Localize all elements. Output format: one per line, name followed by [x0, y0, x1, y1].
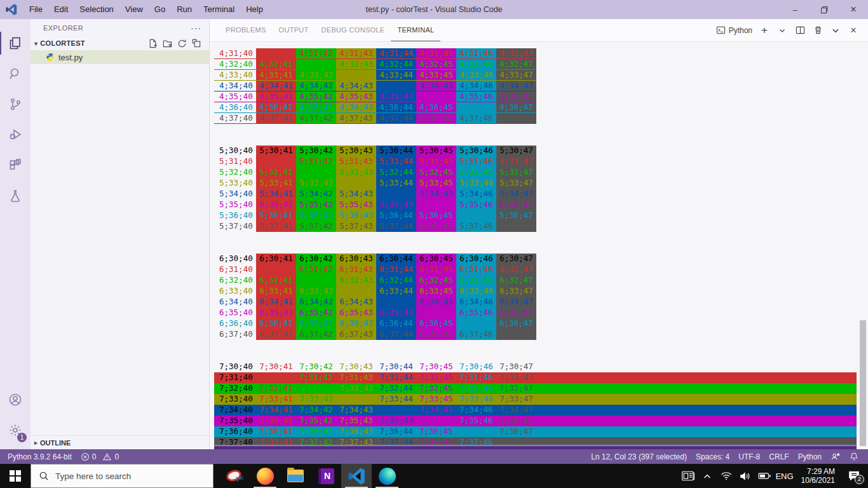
hidden-icons-chevron[interactable]	[699, 464, 715, 488]
python-interpreter-status[interactable]: Python 3.9.2 64-bit	[3, 449, 76, 464]
collapse-all-icon[interactable]	[192, 39, 201, 48]
ansi-cell: 5;32;42	[296, 167, 336, 178]
cursor-position-status[interactable]: Ln 12, Col 23 (397 selected)	[587, 449, 691, 464]
taskbar-app-onenote[interactable]: N	[311, 464, 341, 488]
menu-item-run[interactable]: Run	[171, 0, 198, 19]
menu-item-file[interactable]: File	[24, 0, 48, 19]
ansi-cell: 6;30;45	[416, 254, 456, 264]
ansi-cell: 5;35;41	[256, 200, 296, 210]
ansi-cell: 7;34;43	[336, 405, 376, 416]
menu-item-help[interactable]: Help	[240, 0, 269, 19]
language-indicator[interactable]: ENG	[775, 464, 793, 488]
widgets-icon[interactable]	[680, 464, 696, 488]
ansi-cell: 4;31;43	[336, 48, 376, 58]
outline-section[interactable]: ▸ OUTLINE	[31, 435, 209, 449]
notifications-status[interactable]	[845, 449, 863, 464]
problems-status[interactable]: 0 0	[76, 449, 123, 464]
new-terminal-icon[interactable]: +	[759, 25, 770, 36]
ansi-cell: 4;33;43	[336, 70, 376, 80]
kill-terminal-icon[interactable]	[812, 25, 824, 36]
new-file-icon[interactable]	[148, 39, 158, 48]
ansi-cell: 6;33;45	[416, 286, 456, 297]
ansi-cell: 6;36;40	[214, 318, 256, 329]
volume-icon[interactable]	[737, 464, 754, 488]
ansi-cell: 6;30;47	[496, 254, 536, 264]
restore-button[interactable]	[810, 0, 839, 19]
firefox-icon	[257, 468, 274, 485]
source-control-icon[interactable]	[0, 89, 31, 119]
ansi-cell: 5;37;47	[496, 221, 536, 232]
taskbar-app-firefox[interactable]	[250, 464, 280, 488]
indentation-status[interactable]: Spaces: 4	[691, 449, 734, 464]
menu-item-selection[interactable]: Selection	[74, 0, 119, 19]
ansi-cell: 4;31;40	[214, 48, 256, 58]
title-bar: FileEditSelectionViewGoRunTerminalHelp t…	[0, 0, 868, 19]
battery-icon[interactable]	[756, 464, 773, 488]
taskbar-app-vscode[interactable]	[341, 464, 372, 488]
search-icon[interactable]	[0, 58, 31, 89]
ansi-cell: 6;31;41	[256, 264, 296, 275]
new-folder-icon[interactable]	[163, 39, 172, 48]
tab-output[interactable]: OUTPUT	[273, 19, 315, 41]
menu-item-edit[interactable]: Edit	[48, 0, 74, 19]
ansi-cell: 4;33;42	[296, 70, 336, 80]
ansi-cell: 7;31;47	[496, 372, 536, 383]
ansi-cell: 6;34;43	[336, 297, 376, 308]
testing-icon[interactable]	[0, 180, 31, 211]
terminal-viewport[interactable]: 4;31;404;31;414;31;424;31;434;31;444;31;…	[210, 42, 868, 449]
sidebar-more-icon[interactable]: ···	[191, 23, 201, 33]
ansi-row: 5;30;405;30;415;30;425;30;435;30;445;30;…	[214, 146, 536, 156]
ansi-cell: 7;33;42	[296, 394, 336, 405]
split-terminal-icon[interactable]	[794, 25, 806, 36]
terminal-dropdown-icon[interactable]	[776, 25, 788, 36]
ansi-cell: 5;35;42	[296, 200, 336, 210]
windows-logo-icon	[10, 470, 21, 482]
account-icon[interactable]	[0, 384, 31, 415]
wifi-icon[interactable]	[718, 464, 735, 488]
close-panel-icon[interactable]: ×	[848, 25, 859, 36]
ansi-cell: 7;33;41	[256, 394, 296, 405]
tab-terminal[interactable]: TERMINAL	[391, 19, 440, 41]
ansi-cell: 7;30;45	[416, 362, 456, 372]
ansi-cell: 5;35;45	[416, 200, 456, 210]
explorer-icon[interactable]	[0, 28, 31, 58]
file-item-testpy[interactable]: test.py	[31, 50, 209, 64]
ansi-cell: 6;37;47	[496, 329, 536, 340]
tab-problems[interactable]: PROBLEMS	[219, 19, 273, 41]
minimize-button[interactable]: –	[780, 0, 810, 19]
maximize-panel-icon[interactable]	[830, 25, 841, 36]
clock[interactable]: 7:29 AM 10/6/2021	[796, 467, 840, 485]
tab-debug-console[interactable]: DEBUG CONSOLE	[315, 19, 391, 41]
notification-badge: 2	[855, 475, 864, 484]
menu-item-view[interactable]: View	[119, 0, 149, 19]
ansi-cell: 4;35;45	[416, 92, 456, 102]
ansi-cell: 5;35;47	[496, 200, 536, 210]
ansi-cell: 5;36;43	[336, 210, 376, 221]
taskbar-app-edge[interactable]	[372, 464, 402, 488]
terminal-scrollbar-thumb[interactable]	[860, 320, 866, 446]
taskbar-app-file-explorer[interactable]	[280, 464, 311, 488]
taskbar-search-box[interactable]: Type here to search	[31, 464, 214, 488]
language-mode-status[interactable]: Python	[794, 449, 826, 464]
ansi-cell: 5;36;46	[456, 210, 496, 221]
indent-label: Spaces: 4	[696, 452, 729, 461]
ansi-cell: 4;33;45	[416, 70, 456, 80]
taskbar-app-snipping-tool[interactable]: ✂	[219, 464, 250, 488]
extensions-icon[interactable]	[0, 150, 31, 180]
start-button[interactable]	[0, 464, 31, 488]
folder-section-colortest[interactable]: ▾ COLORTEST	[31, 36, 209, 50]
feedback-status[interactable]	[826, 449, 845, 464]
encoding-status[interactable]: UTF-8	[734, 449, 764, 464]
settings-gear-icon[interactable]: 1	[0, 415, 31, 445]
action-center[interactable]: 2	[843, 464, 865, 488]
menu-item-terminal[interactable]: Terminal	[198, 0, 240, 19]
ansi-cell: 5;31;44	[376, 156, 416, 167]
ansi-cell: 5;35;43	[336, 200, 376, 210]
refresh-icon[interactable]	[177, 39, 187, 48]
run-debug-icon[interactable]	[0, 119, 31, 150]
eol-status[interactable]: CRLF	[764, 449, 793, 464]
terminal-shell-indicator[interactable]: Python	[716, 25, 752, 35]
ansi-cell: 7;34;42	[296, 405, 336, 416]
close-window-button[interactable]: ×	[839, 0, 868, 19]
menu-item-go[interactable]: Go	[149, 0, 171, 19]
